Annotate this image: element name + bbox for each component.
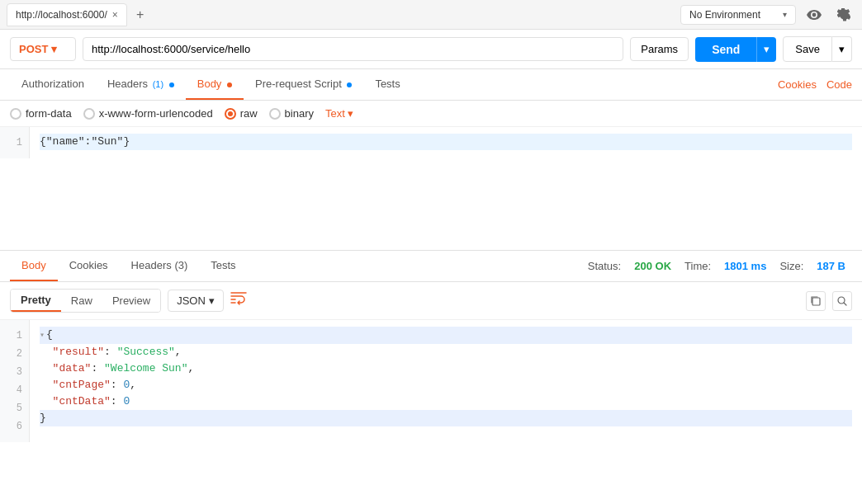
body-options-row: form-data x-www-form-urlencoded raw bina… bbox=[0, 101, 862, 127]
request-tabs-row: Authorization Headers (1) Body Pre-reque… bbox=[0, 69, 862, 101]
response-code-lines: ▾{ "result": "Success", "data": "Welcome… bbox=[30, 320, 862, 442]
method-select[interactable]: POST ▾ bbox=[10, 37, 76, 61]
top-bar-right: No Environment ▾ bbox=[680, 3, 855, 26]
url-input[interactable] bbox=[83, 37, 623, 61]
send-button[interactable]: Send bbox=[695, 37, 756, 62]
resp-line-4: "cntPage": 0, bbox=[40, 377, 852, 393]
tab-close-icon[interactable]: × bbox=[112, 9, 118, 21]
code-lines[interactable]: {"name":"Sun"} bbox=[30, 127, 862, 158]
response-toolbar-right bbox=[806, 291, 852, 311]
response-tabs-row: Body Cookies Headers (3) Tests Status: 2… bbox=[0, 251, 862, 282]
response-line-numbers: 1 2 3 4 5 6 bbox=[0, 320, 30, 442]
chevron-down-icon: ▾ bbox=[783, 10, 787, 19]
binary-label: binary bbox=[285, 107, 314, 120]
send-chevron-button[interactable]: ▾ bbox=[756, 37, 776, 62]
raw-button[interactable]: Raw bbox=[61, 290, 102, 312]
cookies-link[interactable]: Cookies bbox=[778, 78, 817, 91]
response-toolbar: Pretty Raw Preview JSON ▾ bbox=[0, 282, 862, 320]
word-wrap-icon[interactable] bbox=[230, 291, 247, 310]
binary-option[interactable]: binary bbox=[269, 107, 314, 120]
save-group: Save ▾ bbox=[783, 36, 852, 62]
status-value: 200 OK bbox=[634, 260, 671, 272]
status-label: Status: bbox=[588, 260, 621, 272]
new-tab-button[interactable]: + bbox=[130, 5, 150, 25]
form-data-option[interactable]: form-data bbox=[10, 107, 72, 120]
response-tab-tests[interactable]: Tests bbox=[199, 251, 247, 281]
environment-select[interactable]: No Environment ▾ bbox=[680, 5, 796, 25]
json-format-select[interactable]: JSON ▾ bbox=[168, 290, 224, 312]
resp-line-1: ▾{ bbox=[40, 327, 852, 344]
tab-prerequest[interactable]: Pre-request Script bbox=[244, 69, 363, 100]
tab-authorization[interactable]: Authorization bbox=[10, 69, 96, 100]
method-chevron-icon: ▾ bbox=[51, 43, 57, 55]
prerequest-dot-icon bbox=[347, 82, 352, 87]
line-numbers: 1 bbox=[0, 127, 30, 158]
response-tab-cookies[interactable]: Cookies bbox=[58, 251, 120, 281]
binary-radio[interactable] bbox=[269, 108, 281, 120]
resp-line-5: "cntData": 0 bbox=[40, 393, 852, 410]
urlencoded-option[interactable]: x-www-form-urlencoded bbox=[83, 107, 213, 120]
raw-option[interactable]: raw bbox=[225, 107, 258, 120]
collapse-icon[interactable]: ▾ bbox=[40, 331, 45, 340]
json-format-label: JSON bbox=[177, 294, 206, 307]
browser-tab[interactable]: http://localhost:6000/ × bbox=[7, 3, 127, 26]
response-tab-headers[interactable]: Headers (3) bbox=[120, 251, 200, 281]
headers-dot-icon bbox=[169, 82, 174, 87]
svg-rect-0 bbox=[812, 298, 820, 305]
browser-top-bar: http://localhost:6000/ × + No Environmen… bbox=[0, 0, 862, 30]
resp-line-2: "result": "Success", bbox=[40, 344, 852, 360]
request-code-content: 1 {"name":"Sun"} bbox=[0, 127, 862, 158]
tab-url: http://localhost:6000/ bbox=[16, 9, 107, 21]
response-code-content: 1 2 3 4 5 6 ▾{ "result": "Success", "dat… bbox=[0, 320, 862, 442]
request-bar: POST ▾ Params Send ▾ Save ▾ bbox=[0, 30, 862, 69]
raw-radio[interactable] bbox=[225, 108, 236, 120]
response-section: Body Cookies Headers (3) Tests Status: 2… bbox=[0, 251, 862, 442]
time-value: 1801 ms bbox=[724, 260, 766, 272]
search-button[interactable] bbox=[832, 291, 852, 311]
preview-button[interactable]: Preview bbox=[102, 290, 160, 312]
tab-headers[interactable]: Headers (1) bbox=[96, 69, 186, 100]
code-link[interactable]: Code bbox=[826, 78, 852, 91]
text-type-select[interactable]: Text ▾ bbox=[325, 107, 353, 120]
save-button[interactable]: Save bbox=[783, 36, 832, 62]
urlencoded-label: x-www-form-urlencoded bbox=[99, 107, 213, 120]
headers-count: (1) bbox=[153, 79, 163, 89]
status-info: Status: 200 OK Time: 1801 ms Size: 187 B bbox=[588, 260, 852, 272]
size-value: 187 B bbox=[817, 260, 845, 272]
format-group: Pretty Raw Preview bbox=[10, 289, 161, 313]
pretty-button[interactable]: Pretty bbox=[11, 290, 61, 312]
json-chevron-icon: ▾ bbox=[209, 294, 215, 307]
send-group: Send ▾ bbox=[695, 37, 776, 62]
line-num-1: 1 bbox=[0, 134, 29, 152]
body-dot-icon bbox=[227, 82, 232, 87]
urlencoded-radio[interactable] bbox=[83, 108, 95, 120]
resp-line-6: } bbox=[40, 410, 852, 426]
resp-line-3: "data": "Welcome Sun", bbox=[40, 360, 852, 377]
time-label: Time: bbox=[684, 260, 711, 272]
text-type-label: Text bbox=[325, 107, 345, 120]
tab-body[interactable]: Body bbox=[186, 69, 244, 100]
text-type-chevron-icon: ▾ bbox=[348, 107, 353, 120]
form-data-radio[interactable] bbox=[10, 108, 21, 120]
size-label: Size: bbox=[779, 260, 803, 272]
raw-label: raw bbox=[240, 107, 258, 120]
response-code-area: 1 2 3 4 5 6 ▾{ "result": "Success", "dat… bbox=[0, 320, 862, 442]
copy-button[interactable] bbox=[806, 291, 826, 311]
gear-icon-button[interactable] bbox=[832, 3, 855, 26]
method-label: POST bbox=[19, 43, 48, 55]
raw-radio-dot bbox=[228, 111, 233, 116]
env-label: No Environment bbox=[689, 9, 760, 21]
tabs-right: Cookies Code bbox=[778, 78, 852, 91]
save-chevron-button[interactable]: ▾ bbox=[832, 36, 852, 62]
form-data-label: form-data bbox=[26, 107, 72, 120]
params-button[interactable]: Params bbox=[630, 37, 689, 61]
eye-icon-button[interactable] bbox=[803, 3, 826, 26]
tab-tests[interactable]: Tests bbox=[363, 69, 411, 100]
response-tab-body[interactable]: Body bbox=[10, 251, 58, 281]
request-code-area: 1 {"name":"Sun"} bbox=[0, 127, 862, 251]
code-line-1: {"name":"Sun"} bbox=[40, 134, 852, 150]
